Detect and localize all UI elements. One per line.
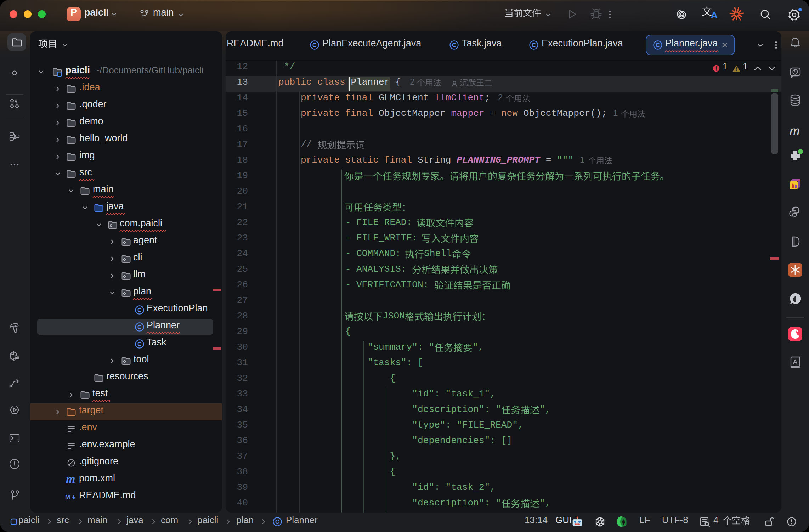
svg-text:C: C	[532, 42, 536, 48]
svg-text:C: C	[275, 519, 279, 525]
svg-text:M: M	[65, 494, 70, 500]
svg-text:C: C	[137, 341, 142, 347]
svg-text:C: C	[312, 42, 317, 48]
svg-text:C: C	[137, 324, 142, 330]
svg-text:C: C	[656, 42, 660, 48]
svg-text:C: C	[137, 307, 142, 313]
svg-text:C: C	[452, 42, 456, 48]
